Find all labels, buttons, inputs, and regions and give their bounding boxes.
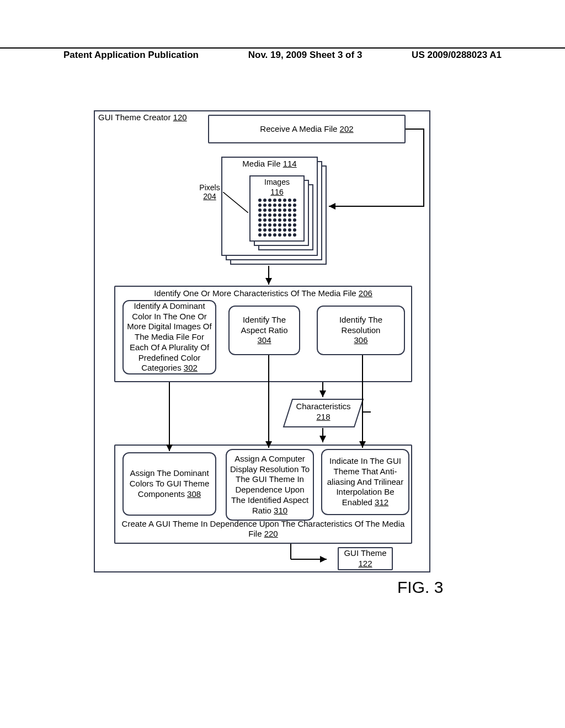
step-220-text: Create A GUI Theme In Dependence Upon Th… — [122, 519, 405, 539]
sub-identify-dominant-color: Identify A Dominant Color In The One Or … — [122, 300, 216, 374]
step-218-text: Characteristics — [296, 402, 350, 411]
images-text: Images — [264, 178, 290, 186]
step-receive-media-file: Receive A Media File 202 — [208, 115, 406, 143]
pixels-ref: 204 — [203, 192, 216, 201]
step-304-text: Identify The Aspect Ratio — [241, 315, 287, 335]
media-file-text: Media File — [242, 159, 280, 168]
header-left: Patent Application Publication — [0, 50, 199, 61]
step-302-text: Identify A Dominant Color In The One Or … — [127, 301, 211, 373]
step-202-ref: 202 — [340, 124, 354, 133]
header-right: US 2009/0288023 A1 — [412, 50, 565, 61]
sub-assign-resolution: Assign A Computer Display Resolution To … — [226, 449, 314, 521]
step-202-text: Receive A Media File — [260, 124, 337, 133]
pixel-dot-grid — [258, 199, 298, 237]
step-122-text: GUI Theme — [344, 548, 386, 558]
gui-title-text: GUI Theme Creator — [98, 113, 170, 122]
svg-line-0 — [223, 192, 248, 213]
media-file-ref: 114 — [283, 159, 297, 168]
characteristics-data: Characteristics 218 — [282, 398, 364, 428]
image-card: Images 116 — [249, 175, 305, 242]
step-306-ref: 306 — [354, 335, 367, 345]
images-title: Images 116 — [250, 176, 303, 197]
step-218-ref: 218 — [316, 412, 330, 421]
step-312-text: Indicate In The GUI Theme That Anti-alia… — [327, 456, 403, 507]
pixels-label: Pixels 204 — [197, 183, 222, 201]
step-220-ref: 220 — [264, 529, 278, 538]
gui-title-ref: 120 — [173, 113, 187, 122]
sub-enable-antialias: Indicate In The GUI Theme That Anti-alia… — [321, 449, 409, 515]
sub-identify-resolution: Identify The Resolution 306 — [317, 306, 405, 355]
header-mid: Nov. 19, 2009 Sheet 3 of 3 — [248, 50, 363, 61]
step-302-ref: 302 — [184, 363, 198, 372]
step-308-ref: 308 — [187, 489, 201, 499]
step-304-ref: 304 — [257, 335, 271, 345]
step-312-ref: 312 — [375, 497, 388, 507]
step-122-ref: 122 — [358, 559, 372, 568]
page-header: Patent Application Publication Nov. 19, … — [0, 47, 565, 61]
diagram-container: GUI Theme Creator 120 Receive A Media Fi… — [94, 110, 430, 572]
figure-label: FIG. 3 — [397, 578, 443, 597]
pixels-text: Pixels — [199, 183, 220, 192]
step-206-text: Identify One Or More Characteristics Of … — [154, 288, 356, 298]
step-206-ref: 206 — [359, 288, 372, 298]
step-310-text: Assign A Computer Display Resolution To … — [230, 454, 310, 515]
step-310-ref: 310 — [274, 506, 287, 515]
media-file-title: Media File 114 — [222, 158, 317, 169]
sub-identify-aspect-ratio: Identify The Aspect Ratio 304 — [228, 306, 300, 355]
step-306-text: Identify The Resolution — [339, 315, 382, 335]
sub-assign-colors: Assign The Dominant Colors To GUI Theme … — [122, 452, 216, 516]
images-ref: 116 — [270, 188, 283, 196]
pixels-pointer-line — [223, 192, 248, 213]
gui-theme-output: GUI Theme 122 — [338, 547, 393, 570]
